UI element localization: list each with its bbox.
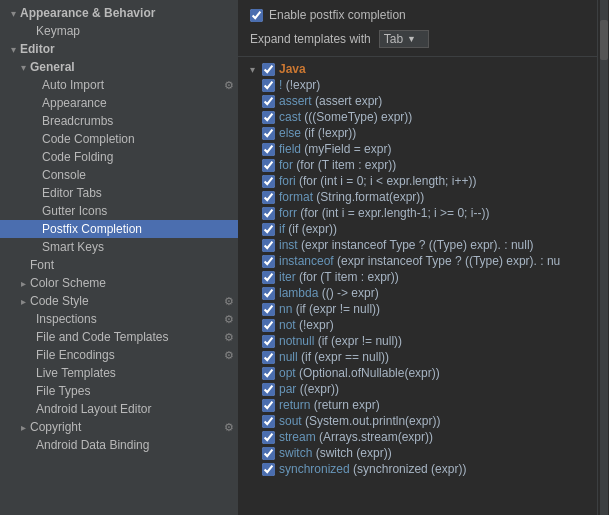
template-checkbox-not[interactable] bbox=[262, 319, 275, 332]
template-item-fori[interactable]: fori (for (int i = 0; i < expr.length; i… bbox=[238, 173, 597, 189]
sidebar-item-editor[interactable]: ▾ Editor bbox=[0, 40, 238, 58]
sidebar-item-keymap[interactable]: Keymap bbox=[0, 22, 238, 40]
java-root-node[interactable]: ▾ Java bbox=[238, 61, 597, 77]
template-label-fori: fori (for (int i = 0; i < expr.length; i… bbox=[279, 174, 476, 188]
template-label-!: ! (!expr) bbox=[279, 78, 320, 92]
scrollbar-panel bbox=[597, 0, 609, 515]
template-checkbox-lambda[interactable] bbox=[262, 287, 275, 300]
sidebar-label-editor-tabs: Editor Tabs bbox=[42, 186, 238, 200]
template-item-lambda[interactable]: lambda (() -> expr) bbox=[238, 285, 597, 301]
sidebar-item-appearance-behavior[interactable]: ▾ Appearance & Behavior bbox=[0, 4, 238, 22]
template-checkbox-cast[interactable] bbox=[262, 111, 275, 124]
template-checkbox-field[interactable] bbox=[262, 143, 275, 156]
template-checkbox-![interactable] bbox=[262, 79, 275, 92]
template-item-forr[interactable]: forr (for (int i = expr.length-1; i >= 0… bbox=[238, 205, 597, 221]
template-item-for[interactable]: for (for (T item : expr)) bbox=[238, 157, 597, 173]
template-checkbox-notnull[interactable] bbox=[262, 335, 275, 348]
sidebar-item-color-scheme[interactable]: ▸ Color Scheme bbox=[0, 274, 238, 292]
template-checkbox-format[interactable] bbox=[262, 191, 275, 204]
scrollbar-thumb[interactable] bbox=[600, 20, 608, 60]
sidebar-label-code-style: Code Style bbox=[30, 294, 224, 308]
template-label-if: if (if (expr)) bbox=[279, 222, 337, 236]
template-item-null[interactable]: null (if (expr == null)) bbox=[238, 349, 597, 365]
template-item-assert[interactable]: assert (assert expr) bbox=[238, 93, 597, 109]
template-checkbox-opt[interactable] bbox=[262, 367, 275, 380]
sidebar-item-auto-import[interactable]: Auto Import ⚙ bbox=[0, 76, 238, 94]
template-label-field: field (myField = expr) bbox=[279, 142, 391, 156]
template-checkbox-fori[interactable] bbox=[262, 175, 275, 188]
sidebar-item-android-data-binding[interactable]: Android Data Binding bbox=[0, 436, 238, 454]
sidebar-item-live-templates[interactable]: Live Templates bbox=[0, 364, 238, 382]
template-item-notnull[interactable]: notnull (if (expr != null)) bbox=[238, 333, 597, 349]
sidebar-label-live-templates: Live Templates bbox=[36, 366, 238, 380]
template-label-return: return (return expr) bbox=[279, 398, 380, 412]
sidebar-item-gutter-icons[interactable]: Gutter Icons bbox=[0, 202, 238, 220]
java-toggle-icon: ▾ bbox=[246, 64, 258, 75]
template-item-![interactable]: ! (!expr) bbox=[238, 77, 597, 93]
sidebar-item-file-encodings[interactable]: File Encodings ⚙ bbox=[0, 346, 238, 364]
templates-list: ! (!expr) assert (assert expr) cast (((S… bbox=[238, 77, 597, 477]
template-checkbox-sout[interactable] bbox=[262, 415, 275, 428]
template-checkbox-iter[interactable] bbox=[262, 271, 275, 284]
template-checkbox-assert[interactable] bbox=[262, 95, 275, 108]
template-item-stream[interactable]: stream (Arrays.stream(expr)) bbox=[238, 429, 597, 445]
sidebar-label-android-data-binding: Android Data Binding bbox=[36, 438, 238, 452]
sidebar-item-android-layout-editor[interactable]: Android Layout Editor bbox=[0, 400, 238, 418]
sidebar-item-general[interactable]: ▾ General bbox=[0, 58, 238, 76]
sidebar-item-file-and-code-templates[interactable]: File and Code Templates ⚙ bbox=[0, 328, 238, 346]
template-label-notnull: notnull (if (expr != null)) bbox=[279, 334, 402, 348]
template-item-inst[interactable]: inst (expr instanceof Type ? ((Type) exp… bbox=[238, 237, 597, 253]
template-item-if[interactable]: if (if (expr)) bbox=[238, 221, 597, 237]
sidebar-item-font[interactable]: Font bbox=[0, 256, 238, 274]
templates-tree: ▾ Java ! (!expr) assert (assert expr) ca… bbox=[238, 57, 597, 515]
template-checkbox-inst[interactable] bbox=[262, 239, 275, 252]
template-item-cast[interactable]: cast (((SomeType) expr)) bbox=[238, 109, 597, 125]
template-checkbox-if[interactable] bbox=[262, 223, 275, 236]
template-item-sout[interactable]: sout (System.out.println(expr)) bbox=[238, 413, 597, 429]
sidebar-item-appearance[interactable]: Appearance bbox=[0, 94, 238, 112]
sidebar-item-code-completion[interactable]: Code Completion bbox=[0, 130, 238, 148]
template-checkbox-switch[interactable] bbox=[262, 447, 275, 460]
scrollbar-track[interactable] bbox=[600, 0, 608, 515]
template-checkbox-instanceof[interactable] bbox=[262, 255, 275, 268]
enable-postfix-checkbox[interactable] bbox=[250, 9, 263, 22]
template-item-not[interactable]: not (!expr) bbox=[238, 317, 597, 333]
template-checkbox-forr[interactable] bbox=[262, 207, 275, 220]
sidebar-item-code-style[interactable]: ▸ Code Style ⚙ bbox=[0, 292, 238, 310]
toggle-general: ▾ bbox=[16, 62, 30, 73]
template-item-nn[interactable]: nn (if (expr != null)) bbox=[238, 301, 597, 317]
sidebar-item-copyright[interactable]: ▸ Copyright ⚙ bbox=[0, 418, 238, 436]
template-item-format[interactable]: format (String.format(expr)) bbox=[238, 189, 597, 205]
template-item-par[interactable]: par ((expr)) bbox=[238, 381, 597, 397]
template-checkbox-par[interactable] bbox=[262, 383, 275, 396]
template-item-field[interactable]: field (myField = expr) bbox=[238, 141, 597, 157]
toggle-code-style: ▸ bbox=[16, 296, 30, 307]
template-checkbox-null[interactable] bbox=[262, 351, 275, 364]
template-item-else[interactable]: else (if (!expr)) bbox=[238, 125, 597, 141]
sidebar-item-breadcrumbs[interactable]: Breadcrumbs bbox=[0, 112, 238, 130]
sidebar-item-code-folding[interactable]: Code Folding bbox=[0, 148, 238, 166]
java-checkbox[interactable] bbox=[262, 63, 275, 76]
template-item-return[interactable]: return (return expr) bbox=[238, 397, 597, 413]
template-item-opt[interactable]: opt (Optional.ofNullable(expr)) bbox=[238, 365, 597, 381]
template-checkbox-stream[interactable] bbox=[262, 431, 275, 444]
sidebar-item-smart-keys[interactable]: Smart Keys bbox=[0, 238, 238, 256]
template-checkbox-return[interactable] bbox=[262, 399, 275, 412]
template-checkbox-else[interactable] bbox=[262, 127, 275, 140]
sidebar-item-inspections[interactable]: Inspections ⚙ bbox=[0, 310, 238, 328]
template-checkbox-synchronized[interactable] bbox=[262, 463, 275, 476]
sidebar-item-console[interactable]: Console bbox=[0, 166, 238, 184]
template-checkbox-nn[interactable] bbox=[262, 303, 275, 316]
sidebar-item-postfix-completion[interactable]: Postfix Completion bbox=[0, 220, 238, 238]
template-item-synchronized[interactable]: synchronized (synchronized (expr)) bbox=[238, 461, 597, 477]
sidebar-item-editor-tabs[interactable]: Editor Tabs bbox=[0, 184, 238, 202]
template-item-switch[interactable]: switch (switch (expr)) bbox=[238, 445, 597, 461]
template-item-instanceof[interactable]: instanceof (expr instanceof Type ? ((Typ… bbox=[238, 253, 597, 269]
sidebar-label-copyright: Copyright bbox=[30, 420, 224, 434]
expand-with-dropdown[interactable]: Tab ▼ bbox=[379, 30, 429, 48]
sidebar-label-breadcrumbs: Breadcrumbs bbox=[42, 114, 238, 128]
template-item-iter[interactable]: iter (for (T item : expr)) bbox=[238, 269, 597, 285]
sidebar-item-file-types[interactable]: File Types bbox=[0, 382, 238, 400]
expand-templates-row: Expand templates with Tab ▼ bbox=[250, 30, 585, 48]
template-checkbox-for[interactable] bbox=[262, 159, 275, 172]
